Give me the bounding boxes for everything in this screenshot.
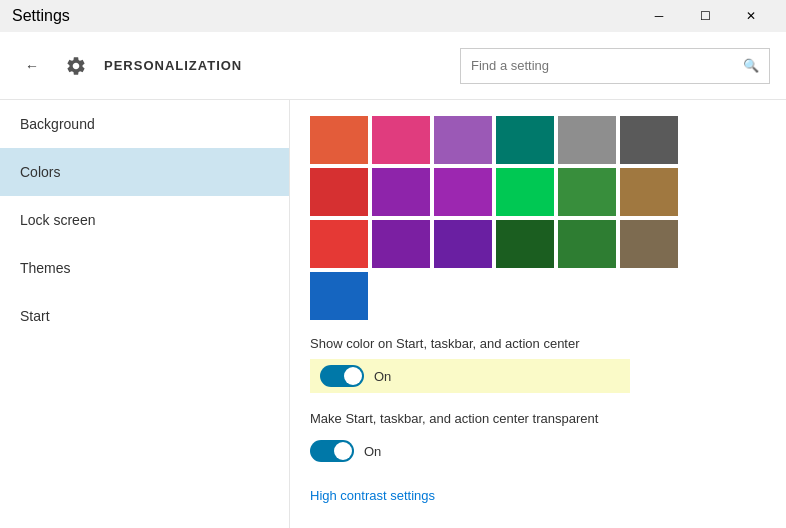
toggle2-knob xyxy=(334,442,352,460)
color-swatch[interactable] xyxy=(372,220,430,268)
sidebar-item-background[interactable]: Background xyxy=(0,100,289,148)
color-swatch[interactable] xyxy=(496,116,554,164)
color-swatch[interactable] xyxy=(620,220,678,268)
toggle2-label: Make Start, taskbar, and action center t… xyxy=(310,411,766,426)
color-swatch[interactable] xyxy=(558,168,616,216)
color-swatch[interactable] xyxy=(558,116,616,164)
sidebar-item-start[interactable]: Start xyxy=(0,292,289,340)
color-swatch[interactable] xyxy=(434,168,492,216)
toggle1-state: On xyxy=(374,369,391,384)
high-contrast-link[interactable]: High contrast settings xyxy=(310,488,435,503)
sidebar-item-colors[interactable]: Colors xyxy=(0,148,289,196)
sidebar-item-lock-screen[interactable]: Lock screen xyxy=(0,196,289,244)
maximize-button[interactable]: ☐ xyxy=(682,0,728,32)
toggle1-row: Show color on Start, taskbar, and action… xyxy=(310,336,766,393)
content-area: Show color on Start, taskbar, and action… xyxy=(290,100,786,528)
color-swatch[interactable] xyxy=(620,116,678,164)
color-swatch[interactable] xyxy=(558,220,616,268)
minimize-button[interactable]: ─ xyxy=(636,0,682,32)
color-swatch[interactable] xyxy=(620,168,678,216)
app-title: PERSONALIZATION xyxy=(104,58,242,73)
color-swatch[interactable] xyxy=(372,116,430,164)
search-box[interactable]: 🔍 xyxy=(460,48,770,84)
sidebar: Background Colors Lock screen Themes Sta… xyxy=(0,100,290,528)
close-button[interactable]: ✕ xyxy=(728,0,774,32)
toggle2-row: Make Start, taskbar, and action center t… xyxy=(310,411,766,468)
toggle1-container: On xyxy=(310,359,630,393)
search-input[interactable] xyxy=(471,58,743,73)
title-bar-controls: ─ ☐ ✕ xyxy=(636,0,774,32)
toggle2-container: On xyxy=(310,434,766,468)
color-swatch[interactable] xyxy=(310,220,368,268)
gear-icon xyxy=(60,50,92,82)
color-swatch[interactable] xyxy=(310,272,368,320)
toggle1-knob xyxy=(344,367,362,385)
app-header: ← PERSONALIZATION 🔍 xyxy=(0,32,786,100)
toggle2-switch[interactable] xyxy=(310,440,354,462)
title-bar-title: Settings xyxy=(12,7,70,25)
color-swatch[interactable] xyxy=(310,168,368,216)
color-swatch[interactable] xyxy=(496,220,554,268)
color-swatch[interactable] xyxy=(310,116,368,164)
toggle1-switch[interactable] xyxy=(320,365,364,387)
search-icon: 🔍 xyxy=(743,58,759,73)
color-swatch[interactable] xyxy=(496,168,554,216)
color-swatch[interactable] xyxy=(372,168,430,216)
toggle2-state: On xyxy=(364,444,381,459)
app-header-left: ← PERSONALIZATION xyxy=(16,50,460,82)
main-layout: Background Colors Lock screen Themes Sta… xyxy=(0,100,786,528)
color-swatch[interactable] xyxy=(434,220,492,268)
title-bar-left: Settings xyxy=(12,7,70,25)
app-container: ← PERSONALIZATION 🔍 Background Colors Lo… xyxy=(0,32,786,528)
color-swatch[interactable] xyxy=(434,116,492,164)
toggle1-label: Show color on Start, taskbar, and action… xyxy=(310,336,766,351)
color-grid xyxy=(310,116,766,320)
back-button[interactable]: ← xyxy=(16,50,48,82)
sidebar-item-themes[interactable]: Themes xyxy=(0,244,289,292)
title-bar: Settings ─ ☐ ✕ xyxy=(0,0,786,32)
